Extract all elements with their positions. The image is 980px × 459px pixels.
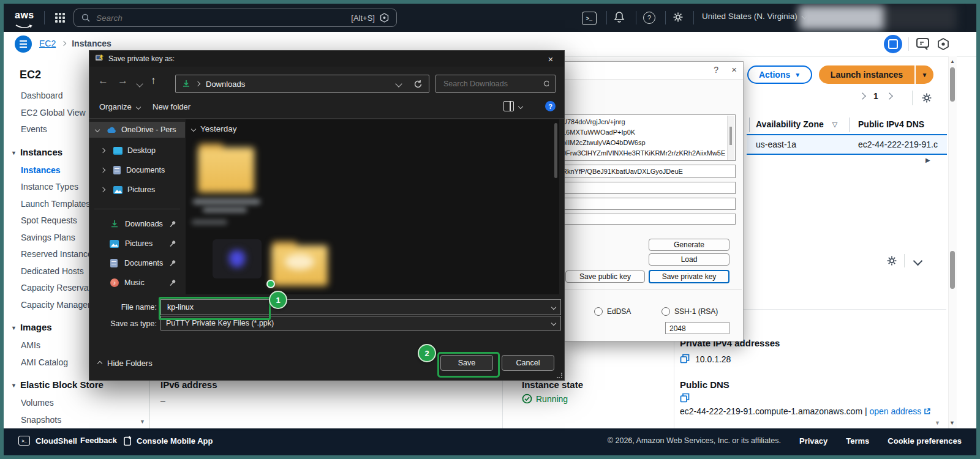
launch-instances-button[interactable]: Launch instances [819, 65, 914, 84]
extension-icon[interactable] [884, 35, 902, 53]
scrollbar-thumb[interactable] [950, 251, 955, 289]
shield-hex-icon[interactable] [937, 37, 950, 51]
putty-ssh1-radio[interactable]: SSH-1 (RSA) [662, 307, 718, 316]
notifications-bell-icon[interactable] [614, 11, 625, 23]
tree-item-documents-pinned[interactable]: Documents [89, 255, 185, 271]
address-dropdown-chevron-icon[interactable] [395, 80, 402, 87]
up-icon[interactable]: ↑ [151, 75, 156, 87]
dialog-search-input[interactable] [442, 79, 543, 89]
file-name-input[interactable] [166, 302, 552, 312]
putty-help-button[interactable]: ? [714, 65, 718, 75]
settings-gear-icon[interactable] [672, 11, 684, 23]
file-list-scrollbar-thumb[interactable] [554, 123, 557, 178]
next-page-icon[interactable] [886, 92, 892, 99]
details-settings-gear-icon[interactable] [886, 255, 898, 267]
footer-feedback-link[interactable]: Feedback [80, 436, 117, 445]
dialog-close-button[interactable]: × [537, 51, 564, 67]
key-textarea-scrollbar[interactable] [727, 116, 734, 160]
account-menu-blurred[interactable] [799, 6, 957, 30]
scrollbar-thumb[interactable] [950, 67, 955, 102]
column-header-dns[interactable]: Public IPv4 DNS [858, 119, 924, 129]
column-header-az[interactable]: Availability Zone ▽ [756, 119, 837, 129]
putty-generate-button[interactable]: Generate [649, 239, 729, 251]
collapse-panel-chevron-icon[interactable] [913, 256, 923, 266]
putty-close-button[interactable]: × [731, 64, 737, 75]
page-number[interactable]: 1 [873, 91, 878, 101]
actions-button[interactable]: Actions▼ [747, 65, 812, 84]
resize-grip[interactable] [557, 373, 563, 379]
column-divider[interactable] [749, 118, 750, 132]
chevron-down-icon[interactable] [551, 305, 556, 310]
address-bar[interactable]: Downloads [175, 75, 429, 93]
aws-logo[interactable]: aws [15, 10, 34, 32]
putty-save-public-key-button[interactable]: Save public key [565, 271, 645, 283]
blurred-folder-item[interactable] [198, 144, 254, 193]
dialog-titlebar[interactable]: Save private key as: × [89, 51, 564, 67]
cancel-button[interactable]: Cancel [502, 355, 554, 371]
column-divider[interactable] [850, 118, 850, 132]
page-scrollbar[interactable] [948, 56, 957, 428]
save-button[interactable]: Save [440, 355, 493, 371]
table-settings-gear-icon[interactable] [921, 92, 933, 104]
launch-instances-caret-button[interactable]: ▼ [916, 65, 933, 84]
footer-cloudshell-button[interactable]: >_ CloudShell [18, 428, 77, 453]
chevron-down-icon[interactable] [551, 321, 556, 326]
putty-load-button[interactable]: Load [649, 253, 729, 266]
putty-passphrase-field[interactable] [564, 198, 736, 210]
global-search-bar[interactable]: [Alt+S] [74, 9, 397, 27]
putty-confirm-passphrase-field[interactable] [564, 214, 736, 225]
cloudshell-icon[interactable]: >_ [582, 12, 597, 25]
putty-titlebar[interactable]: ? × [564, 62, 743, 79]
new-folder-button[interactable]: New folder [153, 102, 190, 111]
tree-item-documents[interactable]: Documents [89, 162, 185, 178]
footer-cookie-link[interactable]: Cookie preferences [888, 436, 962, 446]
sidebar-menu-button[interactable] [15, 35, 32, 53]
copy-icon[interactable] [680, 354, 690, 364]
putty-fingerprint-field[interactable]: RknYfP/QBeJ91KbatUavDXLGyoJDeuE [564, 165, 736, 178]
scroll-up-icon[interactable]: ▲ [950, 59, 955, 64]
sidebar-item-volumes[interactable]: Volumes [4, 395, 149, 412]
region-selector[interactable]: United States (N. Virginia) [702, 12, 807, 21]
search-box[interactable] [435, 75, 556, 93]
putty-comment-field[interactable] [564, 182, 736, 194]
putty-bits-field[interactable]: 2048 [665, 322, 729, 334]
breadcrumb-service-link[interactable]: EC2 [39, 39, 56, 48]
sidebar-scroll-down-icon[interactable]: ▼ [140, 419, 145, 425]
hide-folders-button[interactable]: Hide Folders [98, 359, 153, 368]
prev-page-icon[interactable] [859, 92, 865, 99]
save-type-combo[interactable]: PuTTY Private Key Files (*.ppk) [160, 316, 561, 330]
back-icon[interactable]: ← [98, 75, 108, 87]
footer-privacy-link[interactable]: Privacy [799, 436, 827, 446]
forward-icon[interactable]: → [118, 75, 128, 87]
scroll-down-icon[interactable]: ▼ [949, 420, 955, 426]
footer-terms-link[interactable]: Terms [846, 436, 869, 446]
organize-menu[interactable]: Organize [99, 102, 140, 111]
recent-locations-chevron-icon[interactable] [136, 80, 143, 87]
footer-mobile-app-link[interactable]: Console Mobile App [124, 428, 213, 453]
tree-item-downloads-pinned[interactable]: Downloads [89, 216, 185, 232]
open-address-link[interactable]: open address [869, 406, 921, 416]
tree-item-pictures-pinned[interactable]: Pictures [89, 236, 185, 252]
screen-share-icon[interactable] [916, 37, 930, 51]
instance-table-row[interactable]: us-east-1a ec2-44-222-219-91.c [747, 134, 947, 155]
amazon-q-icon[interactable] [380, 13, 389, 23]
tree-item-music-pinned[interactable]: ♪ Music [89, 275, 185, 291]
group-header-yesterday[interactable]: Yesterday [192, 124, 237, 133]
putty-public-key-textarea[interactable]: U784doVrgjJcn/+jnrg L6MXTuWWOadP+Ip0K bI… [564, 114, 736, 161]
file-name-combo[interactable] [160, 299, 561, 315]
view-options-button[interactable] [503, 101, 522, 111]
tree-item-pictures[interactable]: Pictures [89, 182, 185, 198]
blurred-file-item[interactable] [213, 239, 262, 278]
search-input[interactable] [95, 13, 351, 23]
putty-eddsa-radio[interactable]: EdDSA [594, 307, 631, 316]
putty-save-private-key-button[interactable]: Save private key [649, 270, 729, 283]
address-path[interactable]: Downloads [206, 80, 245, 89]
help-icon[interactable]: ? [643, 12, 655, 24]
refresh-icon[interactable] [413, 80, 423, 89]
copy-icon[interactable] [680, 393, 690, 403]
blurred-folder-item[interactable] [271, 242, 328, 286]
expand-row-icon[interactable]: ▶ [925, 157, 930, 163]
tree-item-onedrive[interactable]: OneDrive - Pers [89, 122, 185, 138]
dialog-help-button[interactable]: ? [545, 101, 556, 111]
services-grid-icon[interactable] [55, 13, 58, 15]
